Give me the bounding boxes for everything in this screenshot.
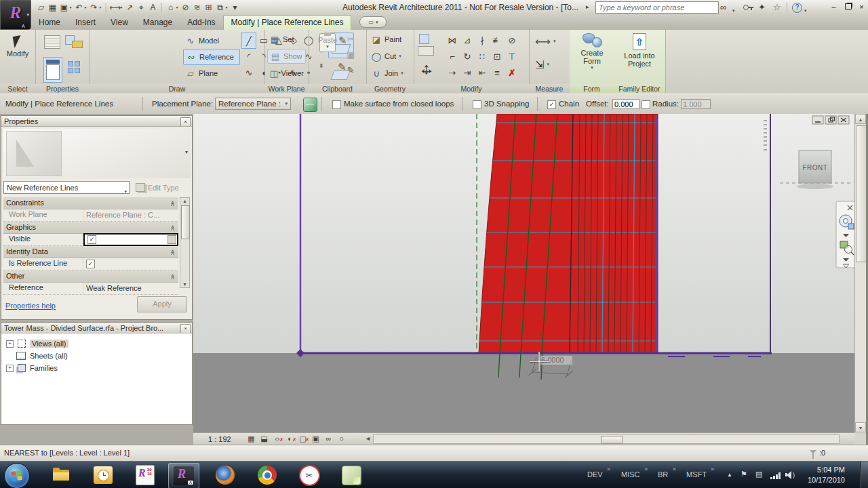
close-icon[interactable]: × — [180, 324, 191, 333]
ribbon-state-button[interactable]: ▭▾ — [359, 16, 387, 28]
family-types-folder-icon[interactable] — [72, 41, 83, 48]
viewer-button[interactable]: ◫ Viewer — [267, 66, 306, 81]
scroll-up-icon[interactable]: ▲ — [180, 199, 189, 203]
model-line-button[interactable]: ∿ Model — [183, 33, 240, 49]
tray-chevron-icon[interactable]: » — [644, 466, 648, 472]
crop-view-icon[interactable]: ▢✗ — [298, 434, 308, 444]
tray-toolbar-misc[interactable]: MISC — [621, 470, 640, 479]
sun-path-icon[interactable]: ☼✗ — [272, 434, 282, 444]
show-hidden-icons-icon[interactable]: ▲ — [727, 472, 732, 478]
tab-modify-place-reference-lines[interactable]: Modify | Place Reference Lines — [223, 15, 352, 30]
shadows-icon[interactable]: ◐✗ — [285, 434, 295, 444]
scroll-up-icon[interactable]: ▲ — [855, 114, 866, 124]
reveal-hidden-elements-icon[interactable]: ∞ — [323, 434, 334, 444]
modify-tool-button[interactable]: Modify — [3, 31, 33, 58]
set-work-plane-button[interactable]: ▦ Set — [267, 32, 306, 47]
dropdown-arrow-icon[interactable]: ▾ — [83, 1, 88, 14]
tray-chevron-icon[interactable]: » — [673, 466, 676, 472]
is-reference-line-checkbox[interactable]: ✓ — [86, 260, 95, 268]
join-geometry-button[interactable]: ∪ Join ▾ — [369, 66, 411, 81]
start-button[interactable] — [4, 463, 30, 488]
detail-level-icon[interactable]: ▦ — [246, 434, 256, 444]
trim-extend-multiple-icon[interactable]: ≡ — [490, 65, 505, 81]
pin-icon[interactable]: ⊤ — [505, 49, 519, 65]
taskbar-revit-2010-icon[interactable]: R20 10 — [134, 465, 156, 485]
cut-dropdown-icon[interactable]: ▾ — [399, 54, 401, 59]
collapse-chevron-icon[interactable]: ≪ — [166, 249, 178, 255]
property-row-visible[interactable]: Visible ✓ — [3, 234, 178, 246]
group-graphics[interactable]: Graphics ≪ — [3, 222, 178, 234]
split-element-icon[interactable]: ∤ — [475, 33, 490, 49]
viewcube-front-face[interactable]: FRONT — [803, 164, 828, 171]
collapse-chevron-icon[interactable]: ≪ — [166, 225, 178, 230]
show-crop-region-icon[interactable]: ▣ — [311, 434, 321, 444]
make-surface-checkbox[interactable] — [332, 100, 341, 109]
tab-view[interactable]: View — [103, 16, 136, 30]
group-identity-data[interactable]: Identity Data ≪ — [3, 246, 178, 258]
filter-icon[interactable] — [810, 450, 816, 454]
dropdown-arrow-icon[interactable]: ▾ — [98, 1, 103, 14]
create-form-button[interactable]: Create Form ▾ — [575, 33, 609, 70]
collapse-chevron-icon[interactable]: ≪ — [166, 201, 178, 206]
scrollbar-thumb[interactable] — [181, 205, 190, 239]
visible-value-cell[interactable]: ✓ — [83, 233, 178, 246]
restore-button[interactable] — [843, 3, 853, 12]
taskbar-revit-2011-active-icon[interactable]: RA — [168, 463, 199, 488]
visible-checkbox[interactable]: ✓ — [87, 235, 96, 244]
properties-palette-icon[interactable] — [43, 57, 62, 83]
scroll-down-icon[interactable]: ▼ — [855, 422, 866, 432]
search-input[interactable] — [595, 1, 719, 14]
search-icon[interactable]: ∞ — [720, 2, 726, 13]
tag-icon[interactable]: ⌖ — [136, 1, 147, 14]
tree-item-sheets[interactable]: Sheets (all) — [1, 350, 192, 362]
expand-icon[interactable]: + — [6, 365, 14, 372]
move-tool-button[interactable]: ↔ ↕ — [416, 58, 437, 79]
type-selector[interactable]: New Reference Lines ▾ — [3, 181, 130, 194]
view-window-buttons[interactable] — [812, 116, 849, 124]
minimize-button[interactable]: – — [829, 3, 839, 12]
tray-chevron-icon[interactable]: » — [711, 466, 714, 472]
taskbar-firefox-icon[interactable] — [214, 465, 236, 485]
family-category-icon[interactable] — [44, 35, 60, 49]
split-with-gap-icon[interactable]: ≢ — [490, 33, 505, 49]
trim-extend-icon[interactable]: ⇥ — [460, 65, 475, 81]
visible-mini-button[interactable] — [167, 235, 176, 244]
3d-snapping-checkbox[interactable] — [473, 100, 481, 109]
expand-icon[interactable]: + — [6, 340, 14, 348]
save-icon[interactable]: ▦ — [47, 1, 58, 14]
group-constraints[interactable]: Constraints ≪ — [3, 197, 178, 209]
line-tool-icon[interactable]: ╱ — [241, 33, 256, 49]
properties-palette-header[interactable]: Properties × — [1, 116, 192, 127]
view-scale[interactable]: 1 : 192 — [208, 435, 231, 443]
delete-icon[interactable]: ✗ — [505, 65, 519, 81]
tab-manage[interactable]: Manage — [136, 16, 180, 30]
viewport-vertical-scrollbar[interactable]: ▲ ▼ — [854, 114, 866, 432]
measure-dropdown-icon[interactable]: ▾ — [553, 39, 556, 44]
plane-button[interactable]: ▱ Plane — [183, 65, 240, 81]
network-signal-icon[interactable] — [770, 472, 781, 479]
communication-center-icon[interactable]: ✦ — [758, 2, 766, 13]
tree-item-families[interactable]: + Families — [1, 362, 192, 374]
match-type-icon[interactable]: ✎ — [347, 65, 355, 75]
paint-button[interactable]: ◪ Paint — [369, 32, 411, 47]
tree-item-views[interactable]: + Views (all) — [1, 338, 192, 350]
property-row-work-plane[interactable]: Work Plane Reference Plane : C... — [3, 209, 178, 222]
trim-extend-single-icon[interactable]: ⇤ — [475, 65, 490, 81]
cut-geometry-button[interactable]: ◯ Cut ▾ — [369, 49, 411, 64]
wall-joins-icon[interactable] — [418, 46, 434, 56]
tray-app-icon[interactable]: ▤ — [755, 470, 762, 479]
section-icon[interactable]: ⊘ — [180, 1, 191, 14]
taskbar-chrome-icon[interactable] — [256, 465, 278, 485]
tray-chevron-icon[interactable]: » — [607, 466, 610, 472]
tab-insert[interactable]: Insert — [68, 16, 103, 30]
divided-surface[interactable] — [479, 114, 658, 353]
tray-toolbar-dev[interactable]: DEV — [587, 470, 603, 479]
type-properties-icon[interactable] — [68, 61, 81, 73]
tab-add-ins[interactable]: Add-Ins — [180, 16, 222, 30]
scroll-down-icon[interactable]: ▼ — [180, 282, 189, 287]
title-expander-icon[interactable]: ▸ — [586, 3, 589, 10]
taskbar-notes-icon[interactable] — [340, 465, 362, 485]
scrollbar-thumb[interactable] — [856, 125, 867, 262]
array-icon[interactable]: ∷ — [475, 49, 490, 65]
measure-along-element-button[interactable]: ⇲ ▾ — [533, 57, 566, 72]
